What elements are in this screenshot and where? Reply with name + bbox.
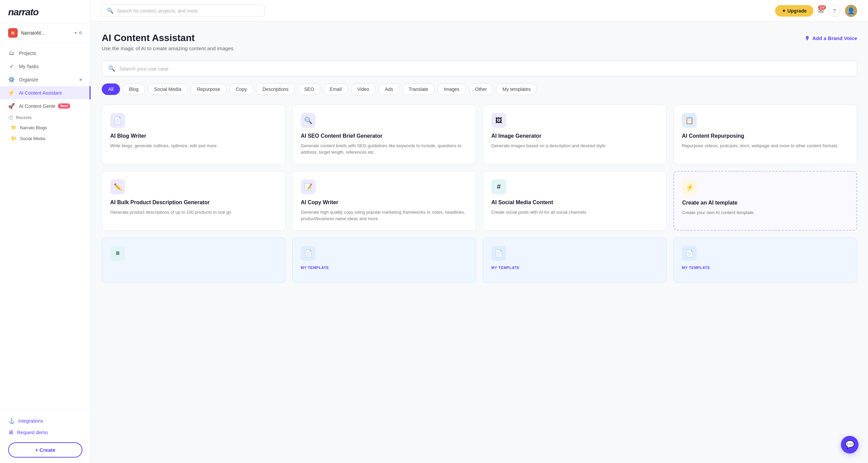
workspace-name: NarratoM... — [21, 30, 75, 36]
my-template-label: MY TEMPLATE — [491, 266, 658, 270]
folder-icon: 📁 — [11, 125, 17, 130]
filter-descriptions[interactable]: Descriptions — [256, 83, 295, 95]
card-ai-bulk-product-description[interactable]: ✏️ AI Bulk Product Description Generator… — [102, 171, 285, 231]
card-title: AI Copy Writer — [301, 199, 468, 206]
sidebar-item-my-tasks[interactable]: ✓ My Tasks — [0, 60, 91, 73]
card-my-template-3[interactable]: 📄 MY TEMPLATE — [483, 237, 667, 283]
card-icon-wrap: 📋 — [682, 113, 697, 128]
sidebar-item-projects[interactable]: 🗂 Projects — [0, 47, 91, 60]
filter-seo[interactable]: SEO — [298, 83, 321, 95]
recent-item-narrato-blogs[interactable]: 📁 Narrato Blogs — [8, 122, 82, 133]
card-ai-content-repurposing[interactable]: 📋 AI Content Repurposing Repurpose video… — [673, 104, 857, 164]
organize-icon: ⚙️ — [8, 76, 15, 83]
card-my-template-2[interactable]: 📄 MY TEMPLATE — [292, 237, 476, 283]
card-icon-wrap: 📄 — [301, 246, 316, 261]
filter-repurpose[interactable]: Repurpose — [191, 83, 227, 95]
card-my-template-1[interactable]: ≡ — [102, 237, 285, 283]
search-icon: 🔍 — [107, 7, 114, 14]
card-create-ai-template[interactable]: ⚡ Create an AI template Create your own … — [673, 171, 857, 231]
add-brand-voice-button[interactable]: 🎙 Add a Brand Voice — [805, 33, 857, 44]
page-subtitle: Use the magic of AI to create amazing co… — [102, 45, 234, 51]
request-demo-link[interactable]: 🖥 Request demo — [8, 427, 82, 438]
card-icon-wrap: ✏️ — [110, 179, 125, 194]
chat-bubble-button[interactable]: 💬 — [841, 436, 859, 454]
document-icon: 📄 — [495, 249, 503, 257]
card-ai-blog-writer[interactable]: 📄 AI Blog Writer Write blogs, generate o… — [102, 104, 285, 164]
search-input[interactable] — [117, 8, 259, 14]
upgrade-button[interactable]: ✦ Upgrade — [775, 5, 813, 17]
filter-email[interactable]: Email — [323, 83, 348, 95]
my-template-label: MY TEMPLATE — [682, 266, 849, 270]
clock-icon: 🕐 — [8, 115, 13, 120]
filter-other[interactable]: Other — [469, 83, 493, 95]
use-case-input[interactable] — [119, 66, 851, 72]
sidebar-item-label: Organize — [19, 77, 38, 82]
card-icon-wrap: # — [491, 179, 506, 194]
lightning-icon: ⚡ — [686, 183, 694, 191]
filter-ads[interactable]: Ads — [378, 83, 399, 95]
sidebar-item-organize[interactable]: ⚙️ Organize ▶ — [0, 73, 91, 86]
hashtag-icon: # — [497, 183, 500, 191]
list-icon: ≡ — [116, 249, 120, 257]
card-desc: Create your own AI content template. — [682, 209, 848, 216]
filter-images[interactable]: Images — [437, 83, 466, 95]
request-demo-label: Request demo — [17, 430, 48, 435]
card-my-template-4[interactable]: 📄 MY TEMPLATE — [673, 237, 857, 283]
card-title: AI Social Media Content — [491, 199, 658, 206]
notifications-button[interactable]: ✉ 216 — [818, 7, 824, 15]
filter-blog[interactable]: Blog — [123, 83, 145, 95]
sidebar-item-ai-content-genie[interactable]: 🚀 AI Content Genie New! — [0, 99, 91, 113]
settings-icon[interactable]: ⚙ — [79, 31, 82, 35]
logo-area: narrato — [0, 0, 91, 23]
create-button[interactable]: + Create — [8, 442, 82, 458]
card-title: AI SEO Content Brief Generator — [301, 133, 468, 140]
recents-label: 🕐 Recents — [8, 115, 82, 120]
folder-icon: 📁 — [11, 136, 17, 141]
card-desc: Generate product descriptions of up to 1… — [110, 209, 277, 216]
filter-copy[interactable]: Copy — [229, 83, 253, 95]
filter-social-media[interactable]: Social Media — [148, 83, 188, 95]
pen-icon: ✏️ — [114, 183, 122, 191]
sidebar-item-label: Projects — [19, 51, 36, 56]
filter-my-templates[interactable]: My templates — [496, 83, 537, 95]
workspace-switcher[interactable]: N NarratoM... ▾ ⚙ — [0, 23, 91, 43]
list-icon: 📝 — [304, 183, 313, 191]
workspace-actions: ▾ ⚙ — [75, 31, 82, 35]
card-ai-social-media-content[interactable]: # AI Social Media Content Create social … — [483, 171, 667, 231]
page-content: AI Content Assistant Use the magic of AI… — [91, 22, 868, 463]
image-icon: 🖼 — [495, 117, 502, 124]
card-icon-wrap: 📄 — [491, 246, 506, 261]
search-icon: 🔍 — [108, 65, 115, 72]
sidebar-item-ai-content-assistant[interactable]: ⚡ AI Content Assistant — [0, 86, 91, 99]
document-icon: 📄 — [114, 116, 122, 124]
filter-all[interactable]: All — [102, 83, 120, 95]
filter-video[interactable]: Video — [351, 83, 376, 95]
page-title: AI Content Assistant — [102, 33, 234, 43]
integrations-link[interactable]: ⚓ Integrations — [8, 415, 82, 427]
card-desc: Repurpose videos, podcasts, docs, webpag… — [682, 142, 849, 149]
card-desc: Generate images based on a description a… — [491, 142, 658, 149]
workspace-avatar: N — [8, 28, 18, 38]
user-avatar[interactable]: 👤 — [845, 5, 857, 17]
use-case-search[interactable]: 🔍 — [102, 61, 857, 77]
tasks-icon: ✓ — [8, 63, 15, 70]
filter-translate[interactable]: Translate — [402, 83, 435, 95]
card-ai-image-generator[interactable]: 🖼 AI Image Generator Generate images bas… — [483, 104, 667, 164]
recent-item-social-media[interactable]: 📁 Social Media — [8, 133, 82, 144]
card-icon-wrap: 📄 — [110, 113, 125, 128]
card-ai-seo-content-brief[interactable]: 🔍 AI SEO Content Brief Generator Generat… — [292, 104, 476, 164]
anchor-icon: ⚓ — [8, 418, 15, 424]
global-search[interactable]: 🔍 — [102, 4, 264, 17]
help-button[interactable]: ? — [829, 5, 840, 17]
document-icon: 📄 — [304, 249, 313, 257]
sidebar-item-label: My Tasks — [19, 64, 39, 69]
card-icon-wrap: ⚡ — [682, 180, 697, 195]
search-icon: 🔍 — [304, 116, 313, 124]
page-title-area: AI Content Assistant Use the magic of AI… — [102, 33, 234, 51]
sidebar-item-label: AI Content Genie — [19, 103, 55, 109]
cards-grid: 📄 AI Blog Writer Write blogs, generate o… — [102, 104, 857, 283]
chat-icon: 💬 — [845, 440, 854, 449]
card-ai-copy-writer[interactable]: 📝 AI Copy Writer Generate high quality c… — [292, 171, 476, 231]
integrations-label: Integrations — [18, 418, 43, 424]
card-desc: Generate content briefs with SEO guideli… — [301, 142, 468, 156]
